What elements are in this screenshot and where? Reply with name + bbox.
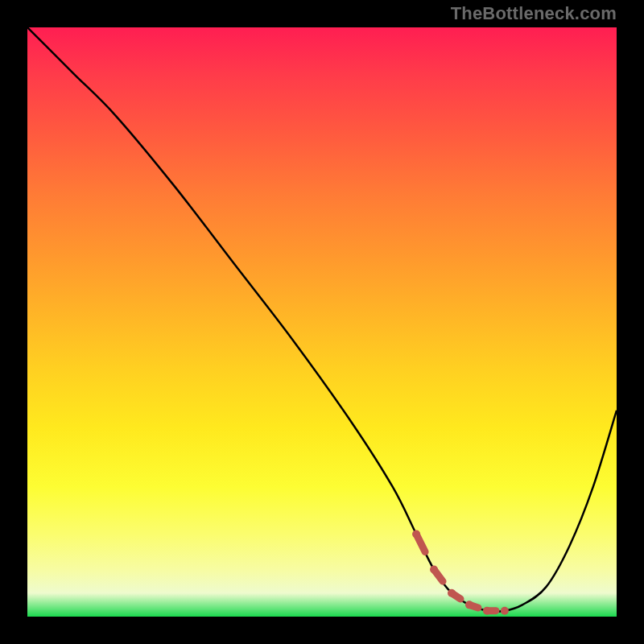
gradient-background: [27, 27, 617, 617]
watermark-text: TheBottleneck.com: [451, 3, 617, 24]
chart-area: [27, 27, 617, 617]
